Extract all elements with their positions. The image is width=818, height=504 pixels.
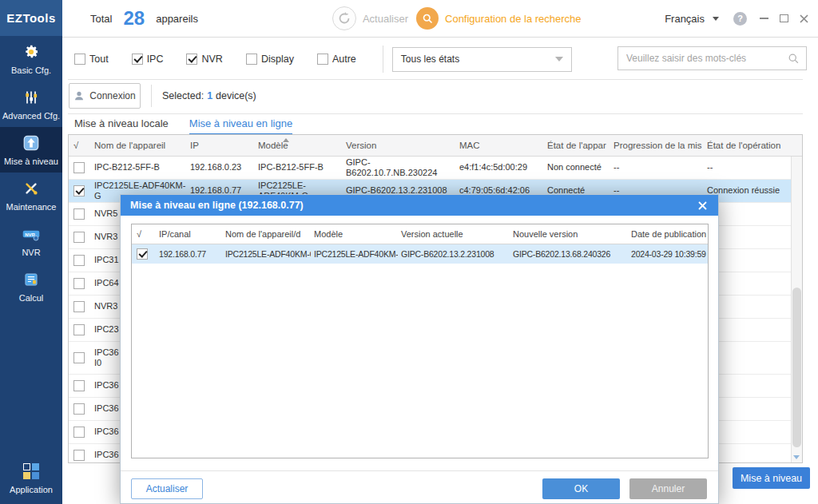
sidebar-item-mise-a-niveau[interactable]: Mise à niveau [0,127,62,173]
chevron-down-icon[interactable] [713,17,719,21]
close-icon[interactable] [697,200,709,212]
sidebar-item-application[interactable]: Application [0,455,62,501]
checkbox-unchecked[interactable] [73,255,85,266]
person-icon [73,90,85,101]
checkbox-unchecked[interactable] [317,54,328,65]
sidebar-item-label: Calcul [19,293,44,303]
status-dropdown-value: Tous les états [401,54,555,65]
column-header: Modèle [255,141,343,150]
app-logo: EZTools [0,0,62,36]
app-window: EZTools Basic Cfg.Advanced Cfg.Mise à ni… [0,0,818,504]
gear-icon [22,42,41,62]
selected-prefix: Selected: [162,90,204,101]
filter-checkbox-display[interactable]: Display [246,54,294,65]
dialog-ok-button[interactable]: OK [542,478,620,499]
dialog-title: Mise à niveau en ligne (192.168.0.77) [130,200,697,211]
sidebar-item-basic-cfg[interactable]: Basic Cfg. [0,36,62,81]
table-cell: IPC-B212-5FF-B [91,162,187,173]
dialog-cancel-button[interactable]: Annuler [629,478,707,499]
maximize-icon[interactable] [780,14,788,22]
sidebar-item-label: Mise à niveau [4,157,58,166]
search-config-button[interactable]: Configuration de la recherche [416,7,582,30]
total-unit: appareils [156,13,198,25]
filter-checkbox-tout[interactable]: Tout [74,54,109,65]
table-row[interactable]: IPC-B212-5FF-B192.168.0.23IPC-B212-5FF-B… [69,157,802,180]
checkbox-unchecked[interactable] [73,301,85,312]
dialog-title-bar: Mise à niveau en ligne (192.168.0.77) [121,195,718,216]
sidebar-item-label: Maintenance [6,202,57,212]
device-table-header: √Nom de l'appareilIPModèleVersionMACÉtat… [69,135,802,157]
minimize-icon[interactable] [760,18,768,19]
checkbox-checked[interactable] [186,54,197,65]
divider [68,79,803,80]
tab-local-upgrade[interactable]: Mise à niveau locale [74,117,169,136]
search-config-label: Configuration de la recherche [445,13,582,25]
refresh-button[interactable]: Actualiser [332,6,408,30]
table-cell: GIPC-B6202.13.68.240326 [510,249,628,259]
dialog-table-header: √IP/canalNom de l'appareil/dModèleVersio… [132,224,708,244]
dialog-refresh-button[interactable]: Actualiser [131,478,203,499]
nvr-icon: NVR [22,224,41,244]
sidebar-bottom: Application [0,455,62,501]
checkbox-unchecked[interactable] [73,324,85,335]
language-selector[interactable]: Français [665,13,705,25]
filter-checkbox-label: Display [261,54,294,65]
upgrade-button[interactable]: Mise à niveau [733,467,810,489]
checkbox-unchecked[interactable] [73,380,85,391]
sidebar-item-nvr[interactable]: NVRNVR [0,218,62,264]
checkbox-checked[interactable] [137,248,148,260]
table-cell: GIPC-B6202.13.2.231008 [398,249,510,259]
scrollbar-thumb[interactable] [792,288,801,447]
search-box [617,46,807,70]
checkbox-unchecked[interactable] [73,403,85,415]
sidebar-item-label: Advanced Cfg. [2,111,60,121]
checkbox-unchecked[interactable] [73,162,85,173]
checkbox-unchecked[interactable] [73,232,85,243]
checkbox-unchecked[interactable] [73,427,85,438]
checkbox-unchecked[interactable] [246,54,257,65]
dialog-footer: Actualiser OK Annuler [121,470,718,503]
checkbox-unchecked[interactable] [74,54,85,65]
chevron-down-icon[interactable] [793,455,800,459]
table-cell: GIPC-B6202.10.7.NB.230224 [343,157,456,178]
search-input[interactable] [618,53,788,64]
filter-checkbox-ipc[interactable]: IPC [132,54,164,65]
close-icon[interactable] [800,14,808,23]
help-icon[interactable] [733,12,747,26]
total-label: Total [90,13,112,25]
filter-checkbox-label: IPC [147,54,164,65]
status-dropdown[interactable]: Tous les états [392,47,572,72]
filter-checkbox-label: Autre [332,54,356,65]
filter-bar: ToutIPCNVRDisplayAutre Tous les états [62,38,818,76]
table-cell: IPC2125LE-ADF40KM-G [222,249,311,259]
filter-checkbox-autre[interactable]: Autre [317,54,356,65]
checkbox-checked[interactable] [132,54,143,65]
checkbox-unchecked[interactable] [73,278,85,289]
table-cell: IPC2125LE-ADF40KM-G [311,249,398,259]
sidebar-item-maintenance[interactable]: Maintenance [0,173,62,218]
column-header: Version actuelle [398,229,510,239]
connect-label: Connexion [89,90,135,101]
dialog-table-body: 192.168.0.77IPC2125LE-ADF40KM-GIPC2125LE… [132,244,708,264]
chevron-up-icon[interactable] [283,138,289,142]
sidebar-item-calcul[interactable]: Calcul [0,264,62,309]
sidebar-item-advanced-cfg[interactable]: Advanced Cfg. [0,81,62,127]
table-row[interactable]: 192.168.0.77IPC2125LE-ADF40KM-GIPC2125LE… [132,244,708,264]
checkbox-unchecked[interactable] [73,450,85,461]
checkbox-checked[interactable] [73,185,85,196]
column-header: État de l'appar [544,141,610,150]
divider [383,46,383,73]
tab-online-upgrade[interactable]: Mise à niveau en ligne [189,117,292,136]
search-icon[interactable] [788,53,800,65]
column-header: IP [187,141,255,150]
connect-button[interactable]: Connexion [69,83,141,109]
filter-checkbox-nvr[interactable]: NVR [186,54,222,65]
filter-checkboxes: ToutIPCNVRDisplayAutre [74,54,379,65]
scrollbar[interactable] [791,157,802,462]
sliders-icon [22,88,41,107]
checkbox-unchecked[interactable] [73,208,85,220]
checkbox-unchecked[interactable] [73,352,85,363]
column-header: Nouvelle version [510,229,628,239]
connect-row: Connexion Selected: 1 device(s) [62,83,818,109]
filter-checkbox-label: Tout [89,54,109,65]
